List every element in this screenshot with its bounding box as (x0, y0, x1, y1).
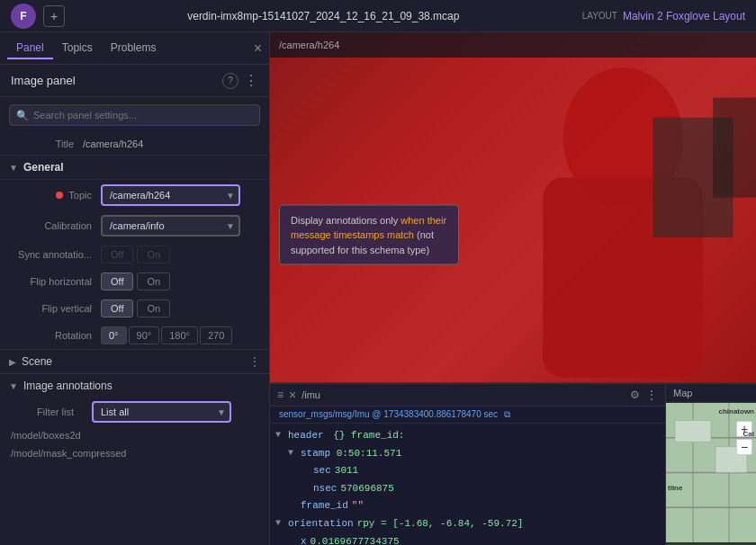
panel-title-text: Image panel (11, 74, 222, 87)
map-zoom-controls: + − (736, 421, 752, 455)
imu-data-content[interactable]: ▼ header {} frame_id: ▼ stamp 0:50:11.57… (270, 424, 665, 545)
stamp-section: ▼ stamp 0:50:11.571 sec 3011 (288, 445, 660, 498)
filter-list-dropdown-wrap: List all ▼ (92, 401, 231, 423)
topic-dropdown[interactable]: /camera/h264 (101, 184, 240, 206)
general-label: General (23, 161, 64, 174)
flip-vertical-off-button[interactable]: Off (101, 299, 133, 317)
rotation-0-button[interactable]: 0° (101, 326, 127, 344)
header-expand-icon[interactable]: ▼ (275, 428, 284, 442)
calibration-dropdown[interactable]: /camera/info (101, 215, 240, 237)
tab-problems[interactable]: Problems (102, 38, 166, 59)
stamp-line: ▼ stamp 0:50:11.571 (288, 445, 660, 463)
imu-panel-icon: ≡ (277, 389, 284, 401)
rotation-180-button[interactable]: 180° (161, 326, 198, 344)
frame-id-key: frame_id (301, 498, 348, 514)
annotation-item-boxes2d[interactable]: /model/boxes2d (0, 426, 269, 444)
add-panel-button[interactable]: + (43, 5, 65, 27)
tab-topics[interactable]: Topics (53, 38, 102, 59)
image-annotations-label: Image annotations (23, 380, 112, 392)
flip-vertical-label: Flip vertical (11, 303, 92, 314)
filter-list-dropdown[interactable]: List all (92, 401, 231, 423)
tab-panel[interactable]: Panel (7, 38, 53, 59)
map-panel-title: Map (666, 384, 756, 403)
image-topbar: /camera/h264 (270, 32, 756, 58)
map-label-cal: Cal (743, 430, 754, 438)
imu-topic-label: /imu (302, 389, 625, 400)
frame-id-value: "" (352, 498, 364, 514)
annotation-tooltip: Display annotations only when their mess… (279, 204, 459, 265)
scene-section-header[interactable]: ▶ Scene ⋮ (0, 349, 269, 373)
x-value: 0.0169677734375 (310, 534, 400, 545)
imu-close-button[interactable]: × (289, 388, 296, 402)
search-box: 🔍 (9, 104, 260, 126)
topbar-right: LAYOUT Malvin 2 Foxglove Layout (582, 10, 745, 22)
layout-name[interactable]: Malvin 2 Foxglove Layout (623, 10, 745, 22)
stamp-fields: sec 3011 nsec 570696875 (301, 462, 660, 497)
foxglove-logo[interactable]: F (11, 4, 36, 29)
calibration-dropdown-wrap: /camera/info ▼ (101, 215, 240, 237)
search-input[interactable] (9, 104, 260, 126)
orientation-fields: x 0.0169677734375 y -0.05902099609375 (288, 533, 660, 545)
panel-header: Image panel ? ⋮ (0, 65, 269, 97)
image-topic-label: /camera/h264 (279, 40, 339, 50)
imu-topbar: ≡ × /imu ⚙ ⋮ (270, 384, 665, 407)
orientation-expand-icon[interactable]: ▼ (275, 516, 284, 531)
flip-horizontal-label: Flip horizontal (11, 276, 92, 287)
nsec-value: 570696875 (340, 481, 393, 497)
map-content[interactable]: + − chinatown Cal tline (666, 403, 756, 542)
sec-line: sec 3011 (301, 462, 660, 480)
topic-row: Topic /camera/h264 ▼ (0, 180, 269, 210)
main-content: Panel Topics Problems × Image panel ? ⋮ … (0, 32, 756, 545)
flip-horizontal-toggle: Off On (101, 272, 170, 290)
svg-rect-4 (713, 97, 756, 197)
title-row: Title /camera/h264 (0, 133, 269, 156)
filter-list-row: Filter list List all ▼ (0, 398, 269, 426)
image-annotations-chevron-icon: ▼ (9, 381, 18, 391)
help-button[interactable]: ? (222, 73, 238, 89)
header-key: header (288, 428, 324, 444)
scene-label: Scene (22, 355, 52, 368)
flip-horizontal-on-button[interactable]: On (137, 272, 170, 290)
x-key: x (301, 534, 307, 545)
rotation-options: 0° 90° 180° 270 (101, 326, 232, 344)
flip-horizontal-off-button[interactable]: Off (101, 272, 133, 290)
rotation-270-button[interactable]: 270 (200, 326, 232, 344)
frame-id-section: frame_id "" (288, 497, 660, 515)
frame-id-line: frame_id "" (288, 497, 660, 515)
scene-menu-button[interactable]: ⋮ (249, 355, 260, 368)
panel-menu-button[interactable]: ⋮ (244, 72, 258, 89)
imu-source-info: sensor_msgs/msg/Imu @ 1734383400.8861784… (270, 407, 665, 424)
imu-menu-button[interactable]: ⋮ (645, 388, 658, 402)
title-field-value: /camera/h264 (83, 138, 143, 149)
stamp-key: stamp (301, 446, 330, 462)
general-section-header[interactable]: ▼ General (0, 156, 269, 180)
map-label-tline: tline (668, 484, 682, 492)
close-panel-button[interactable]: × (254, 40, 262, 57)
camera-image: Display annotations only when their mess… (270, 32, 756, 382)
topbar: F + verdin-imx8mp-15141027_2024_12_16_21… (0, 0, 756, 32)
nsec-key: nsec (313, 481, 337, 497)
orientation-line: ▼ orientation rpy = [-1.68, -6.84, -59.7… (275, 515, 660, 533)
sync-annotation-label: Sync annotatio... (11, 249, 92, 260)
rotation-90-button[interactable]: 90° (129, 326, 160, 344)
sync-annotation-on-button[interactable]: On (137, 246, 170, 264)
right-area: /camera/h264 Dis (270, 32, 756, 545)
sync-annotation-off-button[interactable]: Off (101, 246, 133, 264)
flip-vertical-on-button[interactable]: On (137, 299, 170, 317)
stamp-value: 0:50:11.571 (337, 446, 402, 462)
annotation-item-mask-compressed[interactable]: /model/mask_compressed (0, 444, 269, 462)
imu-settings-button[interactable]: ⚙ (630, 389, 640, 401)
calibration-row: Calibration /camera/info ▼ (0, 210, 269, 241)
tooltip-text: Display annotations only when their mess… (291, 214, 446, 255)
orientation-value: rpy = [-1.68, -6.84, -59.72] (357, 516, 524, 532)
stamp-expand-icon[interactable]: ▼ (288, 446, 297, 460)
imu-copy-button[interactable]: ⧉ (504, 409, 510, 419)
flip-vertical-row: Flip vertical Off On (0, 295, 269, 322)
image-annotations-section-header[interactable]: ▼ Image annotations (0, 373, 269, 398)
topic-dropdown-wrap: /camera/h264 ▼ (101, 184, 240, 206)
map-panel: Map + − (666, 384, 756, 545)
rotation-row: Rotation 0° 90° 180° 270 (0, 322, 269, 349)
map-zoom-out-button[interactable]: − (736, 439, 752, 455)
sec-key: sec (313, 463, 331, 479)
topic-error-dot (56, 192, 63, 199)
